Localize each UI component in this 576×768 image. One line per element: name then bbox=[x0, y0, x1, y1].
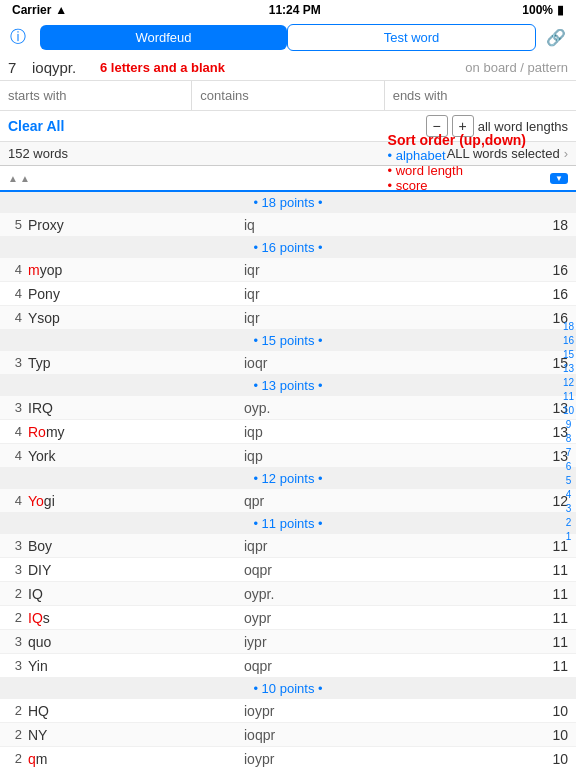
row-tiles: iqr bbox=[244, 262, 460, 278]
status-bar: Carrier ▲ 11:24 PM 100% ▮ bbox=[0, 0, 576, 20]
carrier-label: Carrier bbox=[12, 3, 51, 17]
sidebar-score-link[interactable]: 5 bbox=[566, 474, 572, 487]
row-word: quo bbox=[28, 634, 244, 650]
on-board-pattern: on board / pattern bbox=[233, 60, 568, 75]
row-length: 5 bbox=[8, 217, 28, 232]
row-score: 16 bbox=[460, 286, 568, 302]
row-word: qm bbox=[28, 751, 244, 767]
table-row[interactable]: 3 IRQ oyp. 13 bbox=[0, 396, 576, 420]
settings-icon[interactable]: 🔗 bbox=[546, 28, 566, 47]
sidebar-score-link[interactable]: 11 bbox=[563, 390, 574, 403]
row-score: 15 bbox=[460, 355, 568, 371]
row-tiles: ioypr bbox=[244, 751, 460, 767]
table-row[interactable]: 2 HQ ioypr 10 bbox=[0, 699, 576, 723]
table-row[interactable]: 4 Ysop iqr 16 bbox=[0, 306, 576, 330]
row-tiles: iq bbox=[244, 217, 460, 233]
table-row[interactable]: 3 quo iypr 11 bbox=[0, 630, 576, 654]
sidebar-score-link[interactable]: 10 bbox=[563, 404, 574, 417]
table-row[interactable]: 2 IQs oypr 11 bbox=[0, 606, 576, 630]
section-header-6: • 10 points • bbox=[0, 678, 576, 699]
row-word: Typ bbox=[28, 355, 244, 371]
sort-down-arrow-word: ▲ bbox=[20, 173, 30, 184]
row-length: 4 bbox=[8, 310, 28, 325]
chevron-right-icon[interactable]: › bbox=[564, 146, 568, 161]
row-length: 2 bbox=[8, 610, 28, 625]
row-length: 3 bbox=[8, 355, 28, 370]
sort-tooltip: Sort order (up,down) • alphabet • word l… bbox=[388, 132, 526, 193]
table-row[interactable]: 3 DIY oqpr 11 bbox=[0, 558, 576, 582]
row-length: 3 bbox=[8, 658, 28, 673]
row-score: 11 bbox=[460, 658, 568, 674]
sidebar-score-link[interactable]: 16 bbox=[563, 334, 574, 347]
table-row[interactable]: 2 qm ioypr 10 bbox=[0, 747, 576, 768]
row-word: myop bbox=[28, 262, 244, 278]
sidebar-score-link[interactable]: 9 bbox=[566, 418, 572, 431]
sort-col-word[interactable]: ▲ ▲ bbox=[8, 173, 232, 184]
row-tiles: iqr bbox=[244, 286, 460, 302]
clear-all-button[interactable]: Clear All bbox=[8, 118, 418, 134]
sidebar-score-link[interactable]: 1 bbox=[566, 530, 572, 543]
sidebar-score-link[interactable]: 2 bbox=[566, 516, 572, 529]
starts-with-input[interactable] bbox=[0, 81, 192, 110]
sidebar-score-link[interactable]: 6 bbox=[566, 460, 572, 473]
row-tiles: oqpr bbox=[244, 562, 460, 578]
table-row[interactable]: 3 Yin oqpr 11 bbox=[0, 654, 576, 678]
info-icon[interactable]: ⓘ bbox=[10, 27, 26, 48]
ends-with-input[interactable] bbox=[385, 81, 576, 110]
row-length: 3 bbox=[8, 400, 28, 415]
row-score: 11 bbox=[460, 634, 568, 650]
row-word: IRQ bbox=[28, 400, 244, 416]
table-row[interactable]: 3 Boy iqpr 11 bbox=[0, 534, 576, 558]
row-tiles: iqp bbox=[244, 424, 460, 440]
row-tiles: iqr bbox=[244, 310, 460, 326]
letters-display: ioqypr. bbox=[32, 59, 92, 76]
table-row[interactable]: 2 IQ oypr. 11 bbox=[0, 582, 576, 606]
row-score: 10 bbox=[460, 703, 568, 719]
section-header-3: • 13 points • bbox=[0, 375, 576, 396]
row-tiles: qpr bbox=[244, 493, 460, 509]
letters-description: 6 letters and a blank bbox=[100, 60, 225, 75]
tab-bar: ⓘ Wordfeud Test word 🔗 bbox=[0, 20, 576, 55]
row-word: Yin bbox=[28, 658, 244, 674]
row-word: Ysop bbox=[28, 310, 244, 326]
row-tiles: iqp bbox=[244, 448, 460, 464]
tab-testword[interactable]: Test word bbox=[287, 24, 536, 51]
letters-row: 7 ioqypr. 6 letters and a blank on board… bbox=[0, 55, 576, 81]
row-tiles: iqpr bbox=[244, 538, 460, 554]
tab-wordfeud[interactable]: Wordfeud bbox=[40, 25, 287, 50]
section-header-5: • 11 points • bbox=[0, 513, 576, 534]
sort-active-box[interactable]: ▼ bbox=[550, 173, 568, 184]
row-word: Romy bbox=[28, 424, 244, 440]
sidebar-score-link[interactable]: 4 bbox=[566, 488, 572, 501]
sort-tooltip-length: • word length bbox=[388, 163, 526, 178]
score-sidebar: 18161513121110987654321 bbox=[563, 320, 574, 543]
row-length: 2 bbox=[8, 703, 28, 718]
table-row[interactable]: 4 myop iqr 16 bbox=[0, 258, 576, 282]
filter-row bbox=[0, 81, 576, 111]
sidebar-score-link[interactable]: 13 bbox=[563, 362, 574, 375]
table-row[interactable]: 3 Typ ioqr 15 bbox=[0, 351, 576, 375]
row-length: 4 bbox=[8, 424, 28, 439]
sidebar-score-link[interactable]: 12 bbox=[563, 376, 574, 389]
table-row[interactable]: 4 York iqp 13 bbox=[0, 444, 576, 468]
row-word: Boy bbox=[28, 538, 244, 554]
sidebar-score-link[interactable]: 15 bbox=[563, 348, 574, 361]
row-tiles: oypr bbox=[244, 610, 460, 626]
sidebar-score-link[interactable]: 18 bbox=[563, 320, 574, 333]
sidebar-score-link[interactable]: 8 bbox=[566, 432, 572, 445]
table-row[interactable]: 4 Romy iqp 13 bbox=[0, 420, 576, 444]
contains-input[interactable] bbox=[192, 81, 384, 110]
row-score: 12 bbox=[460, 493, 568, 509]
table-row[interactable]: 4 Pony iqr 16 bbox=[0, 282, 576, 306]
table-row[interactable]: 5 Proxy iq 18 bbox=[0, 213, 576, 237]
section-header-4: • 12 points • bbox=[0, 468, 576, 489]
row-score: 10 bbox=[460, 751, 568, 767]
row-length: 3 bbox=[8, 562, 28, 577]
table-row[interactable]: 2 NY ioqpr 10 bbox=[0, 723, 576, 747]
row-length: 4 bbox=[8, 286, 28, 301]
table-row[interactable]: 4 Yogi qpr 12 bbox=[0, 489, 576, 513]
sort-up-arrow-word: ▲ bbox=[8, 173, 18, 184]
sidebar-score-link[interactable]: 7 bbox=[566, 446, 572, 459]
row-word: York bbox=[28, 448, 244, 464]
sidebar-score-link[interactable]: 3 bbox=[566, 502, 572, 515]
